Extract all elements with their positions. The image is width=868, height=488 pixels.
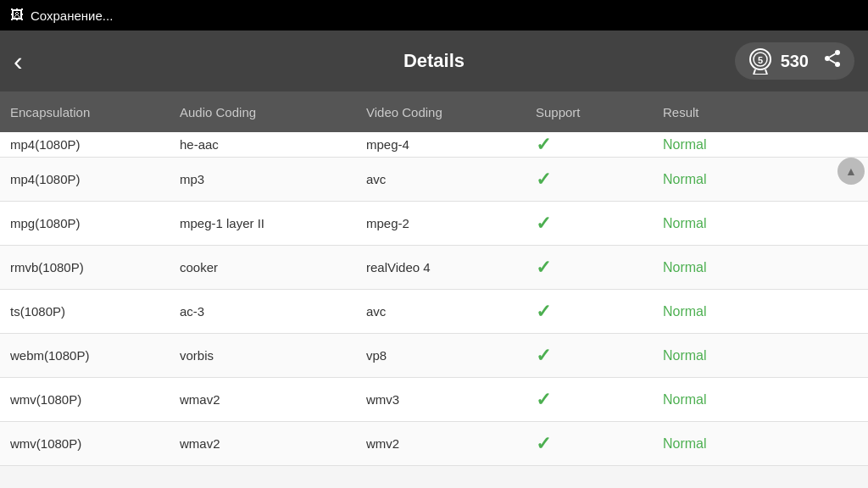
svg-line-10 [830,54,836,58]
cell-audio: ac-3 [180,304,366,319]
cell-video: wmv3 [366,392,536,407]
table-row: mp4(1080P) he-aac mpeg-4 ✓ Normal [0,132,868,158]
cell-encapsulation: mpg(1080P) [10,216,180,230]
scroll-up-button[interactable]: ▲ [837,158,865,185]
cell-encapsulation: mp4(1080P) [10,137,180,152]
score-badge: 5 530 [735,42,854,80]
cell-support: ✓ [536,169,663,191]
cell-support: ✓ [536,433,663,455]
cell-video: avc [366,304,536,319]
status-bar: 🖼 Сохранение... [0,0,868,30]
cell-audio: mpeg-1 layer II [180,216,366,230]
page-title: Details [403,50,465,72]
cell-encapsulation: wmv(1080P) [10,436,180,451]
cell-result: Normal [663,260,858,275]
cell-support: ✓ [536,134,663,156]
cell-video: mpeg-2 [366,216,536,230]
cell-audio: wmav2 [180,436,366,451]
score-value: 530 [781,52,809,71]
cell-audio: mp3 [180,172,366,186]
table-body: mp4(1080P) mp3 avc ✓ Normal mpg(1080P) m… [0,158,868,466]
table-row: webm(1080P) vorbis vp8 ✓ Normal [0,334,868,378]
cell-video: mpeg-4 [366,137,536,152]
cell-encapsulation: mp4(1080P) [10,172,180,186]
svg-point-6 [835,50,840,55]
cell-support: ✓ [536,389,663,411]
col-support: Support [536,105,663,119]
back-button[interactable]: ‹ [14,47,23,75]
svg-line-9 [830,60,836,64]
table-row: wmv(1080P) wmav2 wmv2 ✓ Normal [0,422,868,466]
table-row: rmvb(1080P) cooker realVideo 4 ✓ Normal [0,246,868,290]
table-row: wmv(1080P) wmav2 wmv3 ✓ Normal [0,378,868,422]
col-result: Result [663,105,858,119]
column-headers: Encapsulation Audio Coding Video Coding … [0,92,868,132]
cell-result: Normal [663,137,858,152]
cell-result: Normal [663,216,858,231]
cell-video: avc [366,172,536,186]
cell-encapsulation: webm(1080P) [10,348,180,363]
cell-encapsulation: rmvb(1080P) [10,260,180,274]
col-audio-coding: Audio Coding [180,105,366,119]
header: ‹ Details 5 530 [0,30,868,92]
cell-support: ✓ [536,213,663,235]
cell-result: Normal [663,348,858,363]
cell-audio: he-aac [180,137,366,152]
cell-support: ✓ [536,301,663,323]
table-container: mp4(1080P) he-aac mpeg-4 ✓ Normal mp4(10… [0,132,868,488]
cell-support: ✓ [536,257,663,279]
svg-point-8 [835,62,840,67]
col-encapsulation: Encapsulation [10,105,180,119]
share-icon[interactable] [822,48,843,74]
cell-result: Normal [663,172,858,187]
cell-audio: wmav2 [180,392,366,407]
cell-encapsulation: wmv(1080P) [10,392,180,407]
image-icon: 🖼 [10,8,24,23]
status-text: Сохранение... [31,8,113,23]
svg-point-7 [825,56,830,61]
badge-icon: 5 [747,47,774,75]
cell-audio: vorbis [180,348,366,363]
cell-video: realVideo 4 [366,260,536,274]
cell-audio: cooker [180,260,366,274]
cell-result: Normal [663,304,858,319]
table-row: mpg(1080P) mpeg-1 layer II mpeg-2 ✓ Norm… [0,202,868,246]
cell-video: vp8 [366,348,536,363]
cell-support: ✓ [536,345,663,367]
svg-text:5: 5 [758,55,763,65]
cell-result: Normal [663,392,858,408]
col-video-coding: Video Coding [366,105,536,119]
table-row: mp4(1080P) mp3 avc ✓ Normal [0,158,868,202]
cell-encapsulation: ts(1080P) [10,304,180,319]
cell-video: wmv2 [366,436,536,451]
cell-result: Normal [663,436,858,452]
table-row: ts(1080P) ac-3 avc ✓ Normal [0,290,868,334]
